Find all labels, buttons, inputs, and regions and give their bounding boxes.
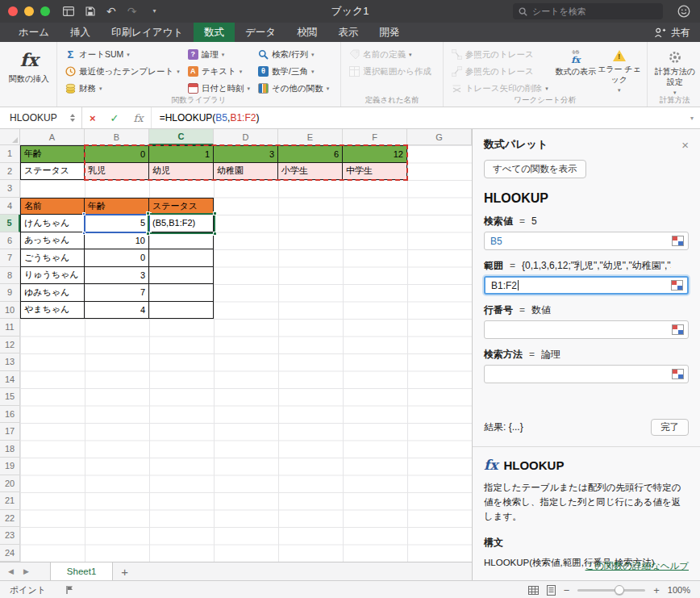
ribbon-tab-formulas[interactable]: 数式 [194,23,235,42]
range-selector-icon[interactable] [672,369,684,379]
cell-E1[interactable]: 6 [278,145,343,163]
close-panel-icon[interactable]: × [681,139,689,151]
column-header-E[interactable]: E [278,129,343,145]
recent-templates-button[interactable]: 最近使ったテンプレート ▾ [63,64,182,79]
spreadsheet-grid[interactable]: ABCDEFG123456789101112131415161718192021… [0,129,472,562]
ribbon-tab-home[interactable]: ホーム [8,23,60,42]
cell-D2[interactable]: 幼稚園 [214,163,278,181]
column-header-A[interactable]: A [20,129,85,145]
row-header-3[interactable]: 3 [0,180,20,198]
row-header-17[interactable]: 17 [0,423,20,441]
financial-button[interactable]: 財務 ▾ [63,81,182,96]
trace-precedents-button[interactable]: 参照元のトレース [449,47,551,62]
page-layout-view-icon[interactable] [547,585,556,596]
minimize-window-button[interactable] [24,6,34,16]
done-button[interactable]: 完了 [651,419,689,436]
workbook-gallery-icon[interactable] [63,6,74,16]
column-header-C[interactable]: C [149,129,214,145]
row-header-1[interactable]: 1 [0,145,20,163]
cell-B10[interactable]: 4 [85,302,149,320]
ribbon-tab-developer[interactable]: 開発 [369,23,410,42]
cancel-formula-button[interactable]: × [82,107,103,128]
trace-dependents-button[interactable]: 参照先のトレース [449,64,551,79]
cell-F2[interactable]: 中学生 [343,163,407,181]
zoom-slider-knob[interactable] [615,585,624,595]
cell-E2[interactable]: 小学生 [278,163,343,181]
ribbon-tab-data[interactable]: データ [235,23,286,42]
row-header-14[interactable]: 14 [0,371,20,389]
cell-B1[interactable]: 0 [85,145,149,163]
search-box[interactable]: シートを検索 [513,3,663,19]
cell-C7[interactable] [149,249,214,267]
cell-B4[interactable]: 年齢 [85,198,149,215]
cell-D1[interactable]: 3 [214,145,278,163]
cell-A4[interactable]: 名前 [20,198,85,215]
cell-B5[interactable]: 5 [85,215,149,232]
zoom-slider[interactable] [577,589,645,592]
range-selector-icon[interactable] [672,236,684,246]
row-header-4[interactable]: 4 [0,198,20,215]
row-header-21[interactable]: 21 [0,492,20,510]
add-sheet-button[interactable]: + [121,566,128,578]
field-input-row_number[interactable] [484,320,689,339]
row-header-20[interactable]: 20 [0,475,20,493]
autosum-button[interactable]: Σ オートSUM ▾ [63,47,182,62]
show-formulas-button[interactable]: 15fx 数式の表示 [554,47,598,77]
sheet-nav-left-icon[interactable]: ◀ [8,567,14,575]
select-all-corner[interactable] [0,129,20,145]
formula-bar-expand-chevron-icon[interactable]: ▾ [690,115,694,122]
cell-A7[interactable]: ごうちゃん [20,249,85,267]
save-icon[interactable] [85,6,95,16]
formula-input[interactable]: =HLOOKUP(B5,B1:F2) [152,112,700,123]
row-header-8[interactable]: 8 [0,267,20,285]
feedback-smiley-icon[interactable] [677,5,690,18]
cell-C2[interactable]: 幼児 [149,163,214,181]
share-button[interactable]: 共有 [654,23,690,42]
row-header-9[interactable]: 9 [0,284,20,302]
field-input-search_type[interactable] [484,365,689,383]
row-header-19[interactable]: 19 [0,458,20,475]
row-header-15[interactable]: 15 [0,388,20,406]
define-name-button[interactable]: 名前の定義 ▾ [347,47,434,62]
ribbon-tab-review[interactable]: 校閲 [286,23,327,42]
ribbon-tab-page-layout[interactable]: 印刷レイアウト [101,23,194,42]
cell-B9[interactable]: 7 [85,284,149,302]
row-header-11[interactable]: 11 [0,319,20,337]
cell-C9[interactable] [149,284,214,302]
row-header-22[interactable]: 22 [0,510,20,528]
cell-B8[interactable]: 3 [85,267,149,285]
column-header-D[interactable]: D [214,129,278,145]
name-box[interactable]: HLOOKUP [0,107,82,128]
insert-function-button[interactable]: fx 関数の挿入 [7,47,51,84]
cell-A8[interactable]: りゅうちゃん [20,267,85,285]
sheet-nav-right-icon[interactable]: ▶ [23,567,29,575]
remove-arrows-button[interactable]: トレース矢印の削除 ▾ [449,81,551,96]
row-header-16[interactable]: 16 [0,406,20,424]
cell-C5[interactable]: (B5,B1:F2) [149,215,214,232]
row-header-10[interactable]: 10 [0,302,20,320]
cell-C1[interactable]: 1 [149,145,214,163]
close-window-button[interactable] [8,6,18,16]
cell-C6[interactable] [149,232,214,250]
confirm-formula-button[interactable]: ✓ [103,107,127,128]
row-header-23[interactable]: 23 [0,527,20,545]
more-functions-button[interactable]: その他の関数 ▾ [256,81,331,96]
insert-function-fx-icon[interactable]: fx [127,107,151,128]
create-from-selection-button[interactable]: 選択範囲から作成 [347,64,434,79]
row-header-12[interactable]: 12 [0,337,20,354]
cell-C8[interactable] [149,267,214,285]
logical-button[interactable]: ? 論理 ▾ [185,47,252,62]
cell-A9[interactable]: ゆみちゃん [20,284,85,302]
cell-C10[interactable] [149,302,214,320]
range-selector-icon[interactable] [672,324,684,335]
cell-A2[interactable]: ステータス [20,163,85,181]
lookup-reference-button[interactable]: 検索/行列 ▾ [256,47,331,62]
show-all-functions-button[interactable]: すべての関数を表示 [484,160,586,178]
zoom-out-button[interactable]: − [564,584,570,596]
redo-icon[interactable]: ↷ [127,6,137,17]
cell-B7[interactable]: 0 [85,249,149,267]
text-button[interactable]: A テキスト ▾ [185,64,252,79]
function-help-link[interactable]: この関数の詳細なヘルプ [585,560,689,572]
error-checking-button[interactable]: ! エラー チェック ▾ [598,47,641,94]
row-header-5[interactable]: 5 [0,215,20,232]
